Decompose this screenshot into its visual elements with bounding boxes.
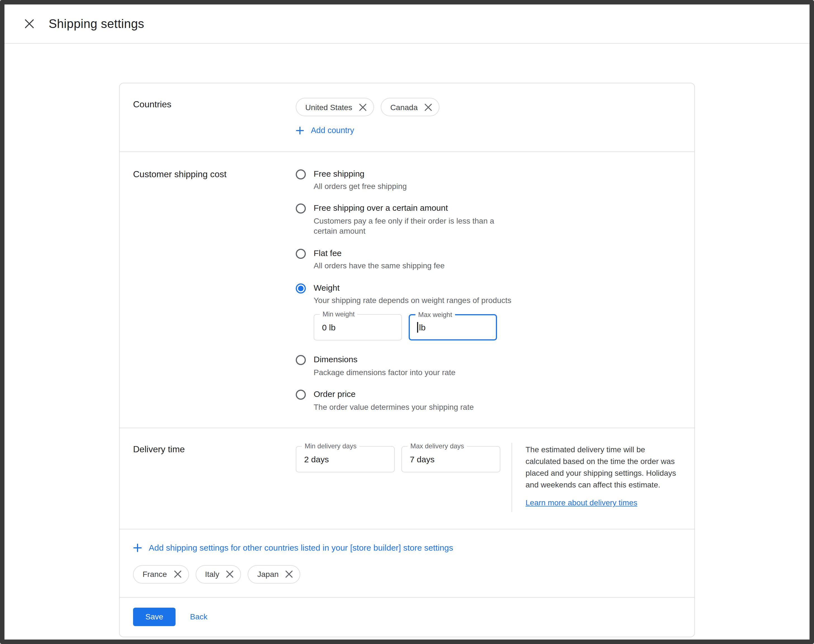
chip-remove-icon[interactable] [173, 570, 181, 578]
chip-remove-icon[interactable] [359, 103, 367, 111]
option-description: The order value determines your shipping… [314, 402, 474, 412]
min-delivery-days-value: 2 days [304, 455, 329, 464]
add-other-countries-label: Add shipping settings for other countrie… [149, 543, 453, 553]
min-delivery-days-label: Min delivery days [302, 443, 359, 450]
option-label: Free shipping over a certain amount [314, 203, 510, 214]
option-label: Dimensions [314, 355, 455, 365]
delivery-time-section: Delivery time Min delivery days 2 days M… [120, 428, 694, 529]
option-label: Order price [314, 389, 474, 400]
option-description: Customers pay a fee only if their order … [314, 216, 510, 236]
close-button[interactable] [18, 12, 40, 35]
option-label: Weight [314, 282, 511, 293]
option-text: Order price The order value determines y… [314, 389, 474, 412]
option-description: All orders have the same shipping fee [314, 261, 445, 271]
radio-unselected-icon[interactable] [296, 248, 306, 259]
country-chip-japan[interactable]: Japan [248, 565, 300, 584]
learn-more-link[interactable]: Learn more about delivery times [526, 498, 637, 507]
settings-card: Countries United States Canada [119, 83, 695, 637]
text-cursor [417, 322, 418, 333]
countries-content: United States Canada [296, 98, 440, 137]
chip-remove-icon[interactable] [285, 570, 293, 578]
country-chip-france[interactable]: France [133, 565, 189, 584]
option-label: Flat fee [314, 248, 445, 259]
min-weight-value: 0 lb [322, 323, 336, 332]
stage: Shipping settings Countries United State… [0, 0, 814, 644]
radio-unselected-icon[interactable] [296, 355, 306, 365]
shipping-settings-window: Shipping settings Countries United State… [0, 0, 814, 644]
country-chip-label: France [143, 570, 167, 579]
radio-option-weight[interactable]: Weight Your shipping rate depends on wei… [296, 282, 511, 341]
shipping-cost-options: Free shipping All orders get free shippi… [296, 167, 511, 412]
option-description: Package dimensions factor into your rate [314, 367, 455, 377]
page-title: Shipping settings [49, 17, 144, 31]
radio-option-free-over-amount[interactable]: Free shipping over a certain amount Cust… [296, 203, 511, 236]
chip-remove-icon[interactable] [226, 570, 234, 578]
max-delivery-days-label: Max delivery days [408, 443, 467, 450]
radio-unselected-icon[interactable] [296, 169, 306, 179]
min-weight-field[interactable]: Min weight 0 lb [314, 314, 402, 341]
delivery-time-label: Delivery time [133, 443, 296, 512]
countries-label: Countries [133, 98, 296, 137]
topbar: Shipping settings [5, 5, 809, 44]
chip-remove-icon[interactable] [424, 103, 432, 111]
add-country-label: Add country [311, 126, 354, 135]
option-text: Free shipping over a certain amount Cust… [314, 203, 510, 236]
option-text: Dimensions Package dimensions factor int… [314, 355, 455, 378]
radio-option-free-shipping[interactable]: Free shipping All orders get free shippi… [296, 169, 511, 192]
plus-icon [296, 126, 304, 135]
radio-option-flat-fee[interactable]: Flat fee All orders have the same shippi… [296, 248, 511, 271]
option-description: Your shipping rate depends on weight ran… [314, 296, 511, 305]
card-footer: Save Back [120, 598, 694, 637]
add-other-countries-button[interactable]: Add shipping settings for other countrie… [133, 543, 453, 553]
option-label: Free shipping [314, 169, 407, 179]
delivery-info-text: The estimated delivery time will be calc… [526, 444, 681, 491]
close-icon [25, 19, 34, 29]
option-text: Flat fee All orders have the same shippi… [314, 248, 445, 271]
country-chip-label: United States [305, 103, 352, 112]
weight-fields: Min weight 0 lb Max weight lb [314, 314, 511, 341]
save-button[interactable]: Save [133, 608, 176, 626]
option-text: Free shipping All orders get free shippi… [314, 169, 407, 192]
radio-unselected-icon[interactable] [296, 204, 306, 214]
shipping-cost-label: Customer shipping cost [133, 167, 296, 412]
radio-option-dimensions[interactable]: Dimensions Package dimensions factor int… [296, 355, 511, 378]
radio-selected-icon[interactable] [296, 283, 306, 293]
country-chip-label: Japan [258, 570, 279, 579]
country-chip-italy[interactable]: Italy [195, 565, 241, 584]
add-country-button[interactable]: Add country [296, 126, 354, 135]
option-text: Weight Your shipping rate depends on wei… [314, 282, 511, 341]
other-countries-section: Add shipping settings for other countrie… [120, 530, 694, 597]
country-chip-label: Italy [205, 570, 219, 579]
radio-option-order-price[interactable]: Order price The order value determines y… [296, 389, 511, 412]
country-chips: United States Canada [296, 98, 440, 116]
shipping-cost-section: Customer shipping cost Free shipping All… [120, 152, 694, 428]
radio-unselected-icon[interactable] [296, 390, 306, 400]
max-weight-field-label: Max weight [415, 311, 455, 319]
back-button[interactable]: Back [190, 612, 207, 621]
delivery-fields: Min delivery days 2 days Max delivery da… [296, 443, 512, 512]
option-description: All orders get free shipping [314, 181, 407, 192]
delivery-info-panel: The estimated delivery time will be calc… [512, 443, 681, 512]
countries-section: Countries United States Canada [120, 83, 694, 151]
min-weight-field-label: Min weight [320, 311, 357, 318]
max-weight-field[interactable]: Max weight lb [409, 314, 497, 341]
country-chip-canada[interactable]: Canada [381, 98, 440, 116]
max-delivery-days-field[interactable]: Max delivery days 7 days [402, 446, 500, 473]
max-weight-value: lb [419, 323, 425, 332]
other-country-chips: France Italy Japan [133, 565, 681, 584]
country-chip-label: Canada [390, 103, 418, 112]
country-chip-united-states[interactable]: United States [296, 98, 374, 116]
max-delivery-days-value: 7 days [410, 455, 434, 464]
min-delivery-days-field[interactable]: Min delivery days 2 days [296, 446, 395, 473]
plus-icon [133, 543, 142, 552]
